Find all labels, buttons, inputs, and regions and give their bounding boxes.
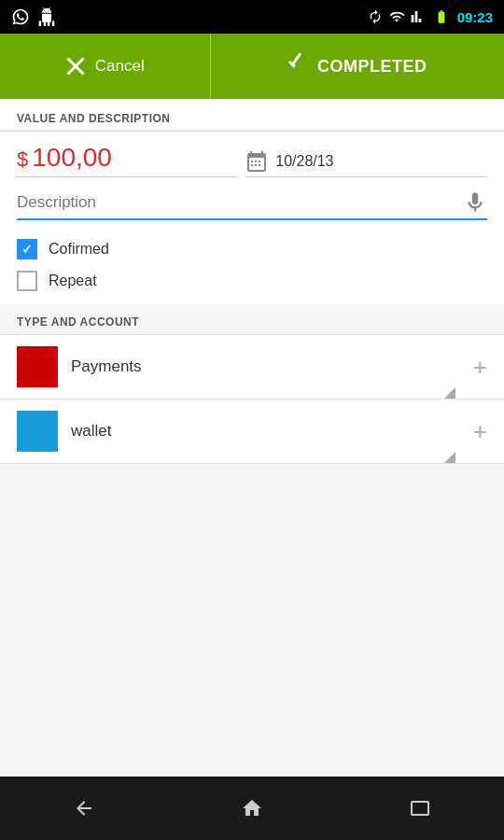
date-text: 10/28/13: [275, 153, 333, 170]
main-content: VALUE AND DESCRIPTION $ 100,00 10/: [0, 99, 504, 464]
completed-label: COMPLETED: [317, 57, 427, 77]
svg-rect-1: [255, 161, 257, 162]
confirmed-row: ✓ Cofirmed: [17, 233, 487, 265]
completed-button[interactable]: COMPLETED: [211, 34, 504, 99]
payments-plus-icon[interactable]: +: [473, 355, 487, 379]
status-bar: 09:23: [0, 0, 504, 34]
value-date-row: $ 100,00 10/28/13: [17, 143, 487, 177]
wifi-icon: [388, 9, 405, 24]
recent-button[interactable]: [392, 790, 448, 827]
value-desc-section-title: VALUE AND DESCRIPTION: [0, 99, 504, 131]
type-account-title: TYPE AND ACCOUNT: [0, 304, 504, 334]
amount-value: 100,00: [32, 143, 112, 173]
date-field[interactable]: 10/28/13: [245, 150, 487, 177]
action-bar: Cancel COMPLETED: [0, 34, 504, 99]
android-icon: [37, 7, 56, 26]
payments-row[interactable]: Payments +: [0, 335, 504, 399]
back-button[interactable]: [56, 790, 112, 827]
svg-rect-2: [259, 161, 260, 162]
confirmed-checkbox[interactable]: ✓: [17, 239, 37, 259]
wallet-color-swatch: [17, 411, 58, 452]
wallet-row[interactable]: wallet +: [0, 399, 504, 464]
back-icon: [70, 797, 98, 819]
home-button[interactable]: [224, 790, 280, 827]
repeat-row: Repeat: [17, 265, 487, 297]
wallet-plus-icon[interactable]: +: [473, 419, 487, 443]
whatsapp-icon: [11, 7, 30, 26]
repeat-label: Repeat: [49, 273, 97, 289]
payments-corner-arrow: [444, 387, 455, 399]
completed-check-icon: [287, 56, 308, 77]
currency-symbol: $: [17, 147, 28, 172]
nav-bar: [0, 777, 504, 840]
svg-rect-4: [255, 164, 257, 166]
cancel-label: Cancel: [95, 57, 145, 76]
svg-rect-5: [259, 164, 260, 166]
rotate-icon: [368, 9, 383, 24]
payments-label: Payments: [71, 357, 473, 376]
signal-icon: [411, 9, 426, 24]
confirmed-label: Cofirmed: [49, 241, 109, 258]
recent-icon: [407, 797, 433, 819]
mic-icon[interactable]: [463, 190, 487, 215]
description-row: [17, 190, 487, 220]
cancel-x-icon: [65, 56, 86, 77]
wallet-corner-arrow: [444, 452, 455, 463]
calendar-icon: [245, 150, 268, 173]
payments-color-swatch: [17, 346, 58, 387]
svg-rect-3: [251, 164, 253, 166]
home-icon: [239, 797, 265, 819]
status-bar-right: 09:23: [368, 9, 493, 25]
status-time: 09:23: [457, 9, 493, 25]
svg-rect-6: [412, 802, 428, 815]
description-input[interactable]: [17, 193, 463, 212]
status-bar-left: [11, 7, 56, 26]
cancel-button[interactable]: Cancel: [0, 34, 211, 99]
svg-rect-0: [251, 161, 253, 162]
wallet-label: wallet: [71, 422, 473, 441]
battery-icon: [431, 9, 452, 24]
type-account-section: TYPE AND ACCOUNT Payments + wallet +: [0, 304, 504, 464]
value-desc-area: $ 100,00 10/28/13: [0, 132, 504, 304]
amount-field[interactable]: $ 100,00: [17, 143, 236, 177]
repeat-checkbox[interactable]: [17, 271, 37, 291]
